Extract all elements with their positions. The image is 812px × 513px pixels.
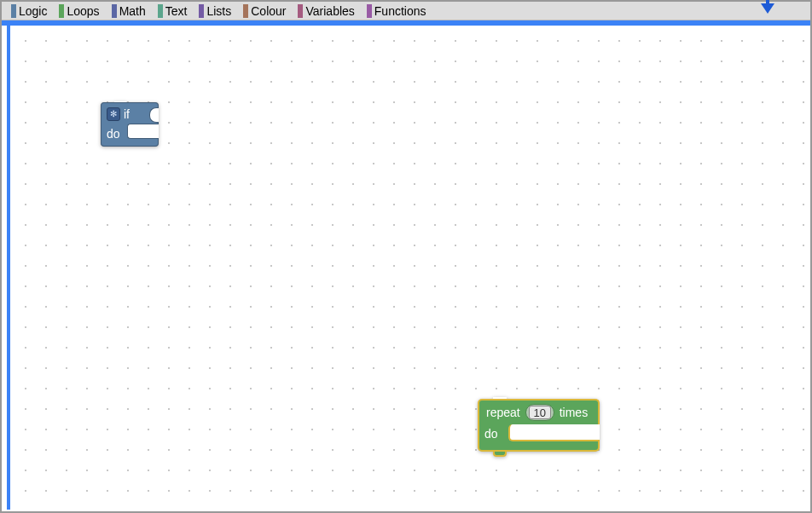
toolbox-category-variables[interactable]: Variables	[292, 2, 360, 20]
swatch-loops	[59, 4, 64, 18]
toolbox-category-functions[interactable]: Functions	[361, 2, 432, 20]
toolbox-label: Loops	[67, 4, 99, 18]
swatch-math	[112, 4, 117, 18]
repeat-count-input[interactable]: 10	[529, 406, 551, 419]
gear-icon[interactable]: ✻	[107, 107, 120, 121]
if-block[interactable]: ✻ if do	[101, 102, 159, 147]
blockly-workspace[interactable]: ✻ if do repeat 10 times do	[7, 26, 809, 510]
repeat-label: repeat	[486, 406, 520, 419]
toolbox-category-logic[interactable]: Logic	[5, 2, 53, 20]
toolbox-label: Lists	[206, 4, 231, 18]
toolbox-label: Colour	[251, 4, 286, 18]
repeat-block[interactable]: repeat 10 times do	[478, 399, 600, 452]
indicator-arrow-down-icon	[761, 3, 774, 14]
toolbox-label: Logic	[19, 4, 47, 18]
times-label: times	[560, 406, 588, 419]
toolbox-bar: Logic Loops Math Text Lists Colour Varia…	[2, 2, 810, 20]
swatch-functions	[367, 4, 372, 18]
do-label: do	[479, 424, 505, 450]
swatch-variables	[298, 4, 303, 18]
blockly-editor: Logic Loops Math Text Lists Colour Varia…	[0, 0, 812, 513]
swatch-text	[158, 4, 163, 18]
toolbox-category-loops[interactable]: Loops	[53, 2, 105, 20]
repeat-block-body[interactable]: do	[478, 424, 600, 452]
swatch-logic	[11, 4, 16, 18]
repeat-block-header[interactable]: repeat 10 times	[478, 399, 600, 424]
toolbox-category-text[interactable]: Text	[152, 2, 194, 20]
number-shadow[interactable]: 10	[525, 404, 554, 421]
do-label: do	[102, 124, 125, 146]
block-notch	[493, 452, 507, 457]
toolbox-label: Math	[119, 4, 146, 18]
toolbox-category-colour[interactable]: Colour	[237, 2, 292, 20]
toolbox-category-lists[interactable]: Lists	[193, 2, 237, 20]
if-label: if	[124, 107, 130, 121]
if-block-header[interactable]: ✻ if	[101, 102, 159, 124]
swatch-lists	[199, 4, 204, 18]
toolbox-label: Text	[165, 4, 188, 18]
swatch-colour	[243, 4, 248, 18]
if-block-body[interactable]: do	[101, 124, 159, 147]
toolbox-label: Variables	[305, 4, 354, 18]
statement-socket[interactable]	[508, 424, 600, 441]
toolbox-category-math[interactable]: Math	[106, 2, 152, 20]
statement-socket[interactable]	[127, 124, 159, 139]
toolbox-label: Functions	[374, 4, 426, 18]
